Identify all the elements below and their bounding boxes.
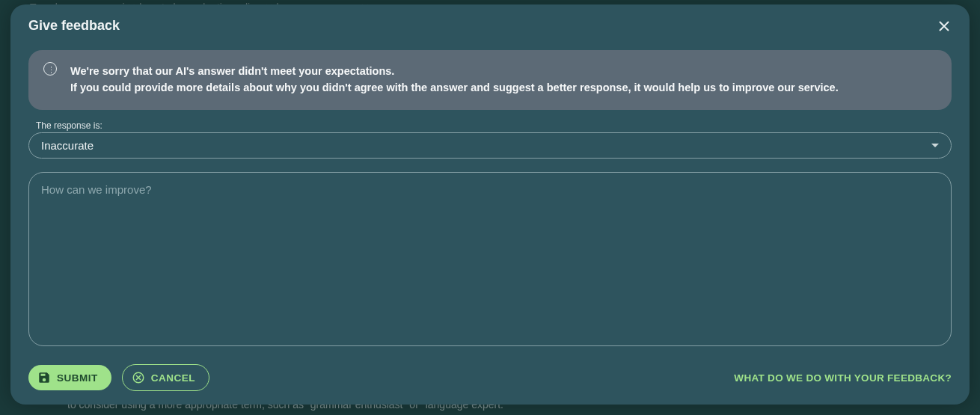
save-icon: [37, 371, 51, 384]
cancel-button[interactable]: Cancel: [122, 364, 209, 391]
close-button[interactable]: [937, 19, 952, 34]
info-line-1: We're sorry that our AI's answer didn't …: [70, 65, 394, 77]
cancel-icon: [132, 371, 145, 384]
improve-textarea[interactable]: [28, 172, 952, 347]
feedback-modal: Give feedback We're sorry that our AI's …: [10, 4, 970, 405]
info-box: We're sorry that our AI's answer didn't …: [28, 50, 952, 110]
submit-button[interactable]: Submit: [28, 365, 111, 390]
close-icon: [938, 20, 950, 32]
modal-header: Give feedback: [28, 18, 952, 34]
modal-title: Give feedback: [28, 18, 120, 34]
modal-footer: Submit Cancel What do we do with your fe…: [28, 364, 952, 391]
info-line-2: If you could provide more details about …: [70, 82, 839, 93]
response-field-label: The response is:: [36, 120, 944, 131]
response-select[interactable]: Inaccurate: [28, 132, 952, 159]
footer-actions: Submit Cancel: [28, 364, 209, 391]
cancel-button-label: Cancel: [151, 372, 195, 384]
info-text: We're sorry that our AI's answer didn't …: [70, 64, 937, 96]
improve-textarea-wrap: [28, 172, 952, 347]
chevron-down-icon: [931, 144, 939, 147]
feedback-info-link[interactable]: What do we do with your feedback?: [734, 372, 952, 384]
sad-face-icon: [43, 62, 57, 76]
response-select-value: Inaccurate: [41, 139, 94, 152]
submit-button-label: Submit: [57, 372, 98, 384]
